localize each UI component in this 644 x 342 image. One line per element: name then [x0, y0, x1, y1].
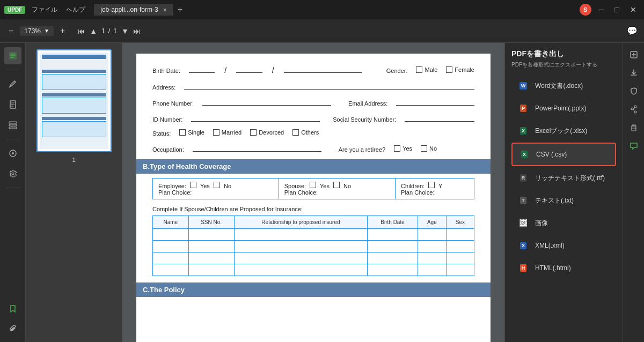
sidebar-item-pages[interactable]	[4, 96, 21, 113]
right-sidebar-export[interactable]	[626, 65, 641, 80]
table-cell[interactable]	[234, 229, 368, 241]
table-cell[interactable]	[188, 241, 234, 252]
devorced-checkbox[interactable]	[250, 129, 257, 136]
others-checkbox[interactable]	[292, 129, 299, 136]
employee-yes-checkbox[interactable]	[190, 182, 196, 188]
right-sidebar-secure[interactable]	[626, 84, 641, 99]
gender-female-checkbox[interactable]	[446, 66, 452, 73]
table-cell[interactable]	[188, 264, 234, 276]
gender-female-option[interactable]: Female	[446, 66, 474, 73]
table-cell[interactable]	[446, 241, 474, 252]
first-page-button[interactable]: ⏮	[78, 27, 85, 35]
close-button[interactable]: ✕	[627, 5, 640, 14]
table-cell[interactable]	[418, 264, 446, 276]
table-cell[interactable]	[153, 252, 189, 264]
status-married[interactable]: Married	[213, 129, 241, 136]
menu-file[interactable]: ファイル	[32, 5, 57, 14]
table-cell[interactable]	[234, 241, 368, 252]
zoom-out-button[interactable]: −	[6, 24, 16, 38]
birth-date-day[interactable]	[236, 64, 262, 73]
birth-date-year[interactable]	[284, 64, 362, 73]
minimize-button[interactable]: ─	[596, 5, 608, 14]
export-item-ppt[interactable]: P PowerPoint(.pptx)	[511, 98, 616, 119]
sidebar-item-tools[interactable]	[4, 145, 21, 162]
phone-field[interactable]	[202, 97, 331, 106]
prev-page-button[interactable]: ▲	[90, 27, 97, 35]
children-yes-checkbox[interactable]	[428, 182, 435, 188]
spouse-no-checkbox[interactable]	[333, 182, 340, 188]
right-sidebar-zoom[interactable]	[626, 47, 641, 62]
status-devorced[interactable]: Devorced	[250, 129, 284, 136]
retiree-no-checkbox[interactable]	[421, 145, 427, 152]
table-cell[interactable]	[418, 241, 446, 252]
status-single[interactable]: Single	[179, 129, 204, 136]
export-item-word[interactable]: W Word文書(.docx)	[511, 75, 616, 96]
table-cell[interactable]	[446, 252, 474, 264]
ssn-field[interactable]	[405, 113, 474, 122]
employee-no-checkbox[interactable]	[214, 182, 220, 188]
table-cell[interactable]	[153, 264, 189, 276]
table-cell[interactable]	[153, 229, 189, 241]
zoom-control[interactable]: 173% ▼	[20, 26, 54, 36]
pdf-area[interactable]: Birth Date: / / Gender: Male Female Addr…	[122, 43, 504, 342]
table-cell[interactable]	[446, 229, 474, 241]
sidebar-item-annotate[interactable]	[4, 76, 21, 93]
spouse-yes-checkbox[interactable]	[310, 182, 316, 188]
table-cell[interactable]	[368, 264, 418, 276]
next-page-button[interactable]: ▼	[121, 27, 129, 35]
table-cell[interactable]	[446, 264, 474, 276]
restore-button[interactable]: □	[612, 5, 623, 14]
table-cell[interactable]	[188, 252, 234, 264]
active-tab[interactable]: job-appli...on-form-3 ✕	[94, 4, 173, 16]
married-checkbox[interactable]	[213, 129, 219, 136]
sidebar-item-list[interactable]	[4, 116, 21, 133]
occupation-field[interactable]	[193, 143, 321, 152]
sidebar-item-bookmark[interactable]	[4, 300, 21, 317]
thumbnail-page-number: 1	[72, 157, 75, 163]
export-item-txt[interactable]: T テキスト(.txt)	[511, 190, 616, 211]
export-icon-csv: X	[518, 148, 531, 161]
zoom-dropdown-icon[interactable]: ▼	[44, 28, 49, 34]
export-item-img[interactable]: 🖼 画像	[511, 212, 616, 234]
last-page-button[interactable]: ⏭	[133, 27, 141, 35]
email-field[interactable]	[396, 97, 474, 106]
table-cell[interactable]	[368, 252, 418, 264]
thumbnail-page-1[interactable]	[36, 49, 112, 152]
gender-male-checkbox[interactable]	[416, 66, 422, 73]
export-item-excel[interactable]: X Excelブック(.xlsx)	[511, 120, 616, 142]
table-cell[interactable]	[234, 264, 368, 276]
sidebar-item-attach[interactable]	[4, 321, 21, 338]
zoom-in-button[interactable]: +	[58, 24, 67, 38]
export-item-csv[interactable]: X CSV (.csv)	[511, 143, 616, 166]
table-cell[interactable]	[368, 241, 418, 252]
export-item-html[interactable]: H HTML(.html)	[511, 257, 616, 279]
gender-male-option[interactable]: Male	[416, 66, 437, 73]
table-cell[interactable]	[368, 229, 418, 241]
close-tab-icon[interactable]: ✕	[163, 7, 167, 13]
export-item-rtf[interactable]: R リッチテキスト形式(.rtf)	[511, 167, 616, 189]
right-sidebar-print[interactable]	[626, 120, 641, 135]
right-sidebar-share[interactable]	[626, 102, 641, 117]
retiree-yes-checkbox[interactable]	[394, 145, 400, 152]
right-sidebar-comment[interactable]	[626, 138, 641, 153]
menu-help[interactable]: ヘルプ	[66, 5, 85, 14]
address-field[interactable]	[184, 81, 474, 90]
table-cell[interactable]	[188, 229, 234, 241]
col-name-header: Name	[153, 216, 189, 229]
single-checkbox[interactable]	[179, 129, 186, 136]
retiree-yes[interactable]: Yes	[394, 145, 412, 152]
comment-button[interactable]: 💬	[627, 26, 638, 36]
id-field[interactable]	[191, 113, 320, 122]
sidebar-item-edit[interactable]	[4, 47, 21, 64]
table-cell[interactable]	[418, 229, 446, 241]
add-tab-button[interactable]: +	[178, 5, 182, 14]
birth-date-month[interactable]	[189, 64, 215, 73]
status-others[interactable]: Others	[292, 129, 319, 136]
table-cell[interactable]	[418, 252, 446, 264]
sidebar-item-settings[interactable]	[4, 165, 21, 182]
table-cell[interactable]	[153, 241, 189, 252]
retiree-no[interactable]: No	[421, 145, 437, 152]
table-cell[interactable]	[234, 252, 368, 264]
export-item-xml[interactable]: X XML(.xml)	[511, 235, 616, 256]
page-separator: /	[108, 27, 110, 35]
